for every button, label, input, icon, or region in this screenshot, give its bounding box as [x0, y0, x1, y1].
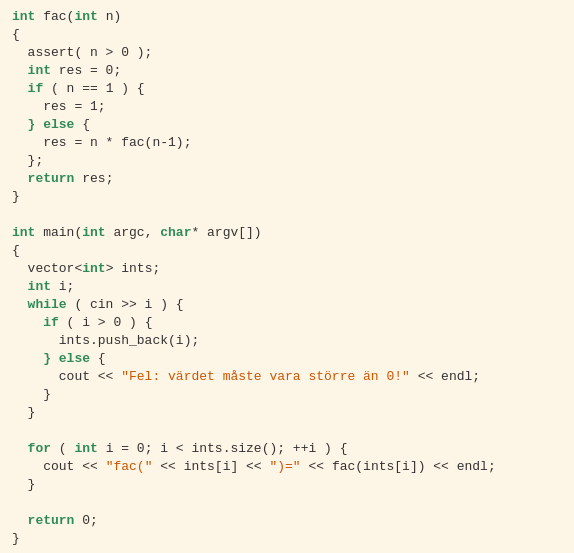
- code-token-plain: n): [98, 9, 121, 24]
- code-display: int fac(int n){ assert( n > 0 ); int res…: [12, 8, 562, 548]
- code-token-plain: res;: [74, 171, 113, 186]
- code-token-kw: for: [12, 441, 51, 456]
- code-token-plain: cout <<: [12, 369, 121, 384]
- code-token-kw: int: [74, 9, 97, 24]
- code-token-plain: ( n == 1 ) {: [43, 81, 144, 96]
- code-token-str: ")=": [269, 459, 300, 474]
- code-line: {: [12, 242, 562, 260]
- code-token-plain: {: [12, 27, 20, 42]
- code-line: }: [12, 530, 562, 548]
- code-token-kw: int: [74, 441, 97, 456]
- code-token-plain: }: [12, 189, 20, 204]
- code-token-plain: 0;: [74, 513, 97, 528]
- code-token-kw: return: [12, 171, 74, 186]
- code-token-plain: }: [12, 405, 35, 420]
- code-line: int i;: [12, 278, 562, 296]
- code-line: if ( i > 0 ) {: [12, 314, 562, 332]
- code-line: res = 1;: [12, 98, 562, 116]
- code-token-kw: int: [82, 225, 105, 240]
- code-token-plain: i = 0; i < ints.size(); ++i ) {: [98, 441, 348, 456]
- code-token-plain: res = n * fac(n-1);: [12, 135, 191, 150]
- code-line: [12, 206, 562, 224]
- code-token-kw: if: [12, 315, 59, 330]
- code-token-plain: (: [51, 441, 74, 456]
- code-token-plain: res = 0;: [51, 63, 121, 78]
- code-token-kw: while: [12, 297, 67, 312]
- code-line: res = n * fac(n-1);: [12, 134, 562, 152]
- code-line: cout << "fac(" << ints[i] << ")=" << fac…: [12, 458, 562, 476]
- code-token-kw: if: [12, 81, 43, 96]
- code-line: [12, 422, 562, 440]
- code-line: return res;: [12, 170, 562, 188]
- code-token-kw: int: [12, 63, 51, 78]
- code-token-plain: cout <<: [12, 459, 106, 474]
- code-token-plain: };: [12, 153, 43, 168]
- code-token-plain: {: [74, 117, 90, 132]
- code-token-str: "fac(": [106, 459, 153, 474]
- code-token-plain: ( i > 0 ) {: [59, 315, 153, 330]
- code-token-plain: * argv[]): [191, 225, 261, 240]
- code-token-plain: assert( n > 0 );: [12, 45, 152, 60]
- code-line: }: [12, 404, 562, 422]
- code-token-kw: return: [12, 513, 74, 528]
- code-line: int fac(int n): [12, 8, 562, 26]
- code-token-kw: } else: [12, 351, 90, 366]
- code-line: cout << "Fel: värdet måste vara större ä…: [12, 368, 562, 386]
- code-token-plain: main(: [35, 225, 82, 240]
- code-line: ints.push_back(i);: [12, 332, 562, 350]
- code-line: if ( n == 1 ) {: [12, 80, 562, 98]
- code-token-plain: << fac(ints[i]) << endl;: [301, 459, 496, 474]
- code-token-plain: res = 1;: [12, 99, 106, 114]
- code-line: }: [12, 476, 562, 494]
- code-line: for ( int i = 0; i < ints.size(); ++i ) …: [12, 440, 562, 458]
- code-line: vector<int> ints;: [12, 260, 562, 278]
- code-token-str: "Fel: värdet måste vara större än 0!": [121, 369, 410, 384]
- code-token-kw: } else: [12, 117, 74, 132]
- code-line: return 0;: [12, 512, 562, 530]
- code-line: int res = 0;: [12, 62, 562, 80]
- code-token-plain: << endl;: [410, 369, 480, 384]
- code-line: };: [12, 152, 562, 170]
- code-token-kw: char: [160, 225, 191, 240]
- code-line: assert( n > 0 );: [12, 44, 562, 62]
- code-token-plain: << ints[i] <<: [152, 459, 269, 474]
- code-line: [12, 494, 562, 512]
- code-token-plain: fac(: [35, 9, 74, 24]
- code-token-plain: vector<: [12, 261, 82, 276]
- code-token-kw: int: [82, 261, 105, 276]
- code-token-plain: argc,: [106, 225, 161, 240]
- code-line: } else {: [12, 116, 562, 134]
- code-token-plain: {: [12, 243, 20, 258]
- code-token-plain: i;: [51, 279, 74, 294]
- code-token-plain: }: [12, 477, 35, 492]
- code-token-kw: int: [12, 225, 35, 240]
- code-line: {: [12, 26, 562, 44]
- code-line: } else {: [12, 350, 562, 368]
- code-token-plain: > ints;: [106, 261, 161, 276]
- code-token-kw: int: [12, 9, 35, 24]
- code-line: int main(int argc, char* argv[]): [12, 224, 562, 242]
- code-token-plain: ints.push_back(i);: [12, 333, 199, 348]
- code-token-plain: {: [90, 351, 106, 366]
- code-token-plain: }: [12, 387, 51, 402]
- code-line: while ( cin >> i ) {: [12, 296, 562, 314]
- code-line: }: [12, 188, 562, 206]
- code-token-plain: }: [12, 531, 20, 546]
- code-line: }: [12, 386, 562, 404]
- code-token-kw: int: [12, 279, 51, 294]
- code-token-plain: ( cin >> i ) {: [67, 297, 184, 312]
